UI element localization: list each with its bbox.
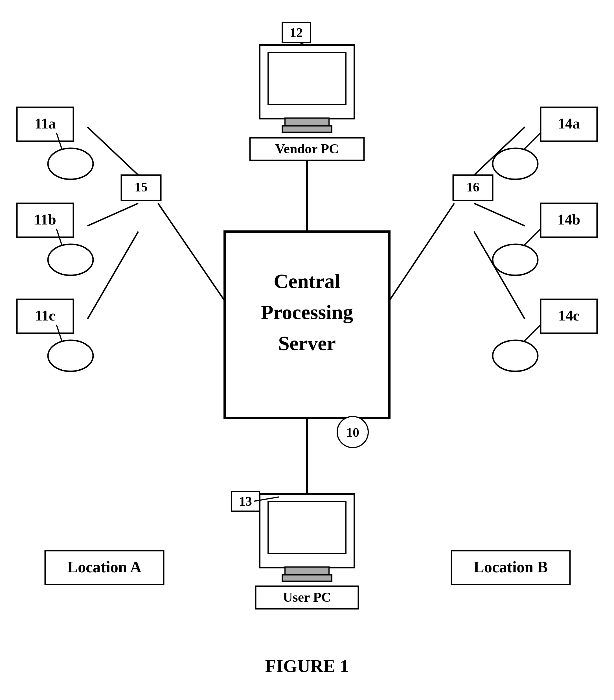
svg-rect-14 <box>282 126 332 132</box>
svg-text:Location B: Location B <box>474 558 548 576</box>
svg-rect-12 <box>268 52 346 104</box>
svg-text:Central: Central <box>274 270 340 292</box>
svg-rect-28 <box>285 567 329 575</box>
svg-rect-29 <box>282 575 332 581</box>
svg-text:Server: Server <box>278 332 336 355</box>
svg-text:User PC: User PC <box>283 590 331 604</box>
svg-point-41 <box>48 244 93 275</box>
svg-point-51 <box>493 148 538 179</box>
svg-text:14b: 14b <box>558 212 580 228</box>
svg-point-45 <box>48 340 93 371</box>
svg-rect-20 <box>225 232 389 418</box>
svg-text:Vendor PC: Vendor PC <box>275 141 338 156</box>
svg-text:11b: 11b <box>34 212 56 228</box>
svg-text:14c: 14c <box>558 308 579 324</box>
main-diagram: Vendor PC 12 Central Processing Server 1… <box>0 0 614 700</box>
svg-point-59 <box>493 340 538 371</box>
figure-label: FIGURE 1 <box>265 656 349 676</box>
svg-rect-13 <box>285 118 329 126</box>
svg-text:14a: 14a <box>558 115 580 132</box>
svg-text:10: 10 <box>346 425 359 440</box>
svg-text:Processing: Processing <box>261 301 353 324</box>
svg-point-37 <box>48 148 93 179</box>
svg-text:12: 12 <box>290 25 303 40</box>
svg-point-55 <box>493 244 538 275</box>
svg-text:16: 16 <box>466 180 479 194</box>
svg-text:15: 15 <box>135 180 148 194</box>
svg-text:11c: 11c <box>35 308 55 324</box>
svg-text:11a: 11a <box>35 115 55 132</box>
diagram-container: Vendor PC 12 Central Processing Server 1… <box>0 0 614 700</box>
svg-rect-27 <box>268 501 346 553</box>
svg-text:13: 13 <box>239 494 252 509</box>
svg-text:Location A: Location A <box>67 558 142 576</box>
